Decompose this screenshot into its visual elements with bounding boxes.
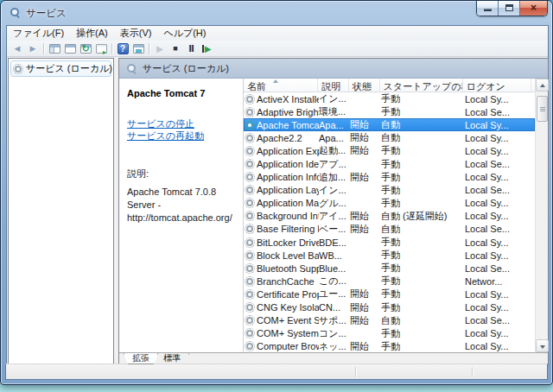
service-status-cell: 開始 xyxy=(350,340,381,352)
stop-service-link[interactable]: サービスの停止 xyxy=(127,117,234,130)
service-name-cell: Computer Brow... xyxy=(244,341,319,351)
service-gear-icon xyxy=(245,329,254,338)
column-header-name[interactable]: 名前 xyxy=(244,79,318,92)
service-logon-cell: Local Se... xyxy=(465,263,535,274)
service-description-cell: この... xyxy=(319,275,350,288)
service-gear-icon xyxy=(245,186,254,194)
service-gear-icon xyxy=(245,251,254,260)
column-header-logon[interactable]: ログオン xyxy=(463,79,531,92)
service-description-cell: CN... xyxy=(319,302,350,313)
service-gear-icon xyxy=(245,108,254,117)
pause-service-icon[interactable]: Ⅱ xyxy=(184,42,198,55)
service-description-cell: グル... xyxy=(319,197,350,210)
service-gear-icon xyxy=(245,212,254,220)
service-row[interactable]: Application Info... 追加... 開始 手動 Local Sy… xyxy=(244,171,535,184)
service-row[interactable]: Application Lay... イン... 手動 Local Se... xyxy=(244,184,535,197)
tree-item-services-local[interactable]: サービス (ローカル) xyxy=(10,60,111,77)
service-startup-cell: 手動 xyxy=(381,340,465,352)
service-gear-icon xyxy=(245,173,254,181)
service-name-cell: BranchCache xyxy=(244,276,319,287)
service-name-cell: Block Level Bac... xyxy=(244,250,319,261)
minimize-button[interactable] xyxy=(477,1,499,16)
description-line-1: Apache Tomcat 7.0.8 Server - xyxy=(127,186,234,212)
service-description-cell: アプ... xyxy=(319,158,350,171)
scroll-down-icon xyxy=(540,345,545,349)
service-row[interactable]: COM+ System ... コン... 手動 Local Sy... xyxy=(244,327,535,340)
forward-icon[interactable]: ► xyxy=(26,42,40,55)
service-row[interactable]: ActiveX Installe... イン... 手動 Local Sy... xyxy=(244,92,535,105)
services-list-header: 名前 説明 状態 スタートアップの種類 ログオン xyxy=(244,79,535,92)
service-status-cell: 開始 xyxy=(350,131,381,144)
service-startup-cell: 手動 xyxy=(381,327,465,340)
console-window-icon[interactable] xyxy=(63,42,77,55)
column-header-description[interactable]: 説明 xyxy=(318,79,349,92)
service-row[interactable]: COM+ Event Sy... サポ... 開始 自動 Local Se... xyxy=(244,314,535,327)
close-button[interactable]: × xyxy=(520,1,547,16)
properties-icon[interactable] xyxy=(131,42,145,55)
export-list-icon[interactable] xyxy=(94,42,108,55)
scrollbar-thumb[interactable] xyxy=(537,96,548,122)
service-startup-cell: 手動 xyxy=(381,288,465,300)
service-row[interactable]: Certificate Prop... ユー... 開始 手動 Local Sy… xyxy=(244,288,535,300)
column-header-startup-type[interactable]: スタートアップの種類 xyxy=(380,79,463,92)
service-row[interactable]: Application Man... グル... 手動 Local Sy... xyxy=(244,197,535,210)
menu-view[interactable]: 表示(V) xyxy=(114,26,158,41)
service-status-cell: 開始 xyxy=(350,171,381,184)
services-gear-icon xyxy=(14,65,22,73)
titlebar[interactable]: サービス × xyxy=(1,1,552,25)
vertical-scrollbar[interactable] xyxy=(535,79,548,352)
service-name-cell: Application Lay... xyxy=(244,185,319,195)
service-description-cell: ベー... xyxy=(319,223,350,236)
restart-service-icon[interactable]: ▶ xyxy=(200,42,213,55)
statusbar xyxy=(5,364,548,380)
service-gear-icon xyxy=(245,277,254,286)
service-name-cell: CNG Key Isolation xyxy=(244,302,319,313)
service-row[interactable]: Bluetooth Supp... Blue... 手動 Local Se... xyxy=(244,262,535,275)
column-header-status[interactable]: 状態 xyxy=(349,79,380,92)
refresh-icon[interactable] xyxy=(79,42,92,55)
service-row[interactable]: Computer Brow... ネッ... 開始 手動 Local Sy... xyxy=(244,340,535,352)
service-row[interactable]: Background Int... アイ... 開始 自動 (遅延開始) Loc… xyxy=(244,210,535,223)
stop-service-icon[interactable]: ■ xyxy=(168,42,182,55)
service-row[interactable]: Apache Tomcat 7 Apa... 開始 自動 Local Sy... xyxy=(244,118,535,131)
service-logon-cell: Local Sy... xyxy=(465,172,535,182)
service-row[interactable]: CNG Key Isolation CN... 開始 手動 Local Sy..… xyxy=(244,301,535,314)
scroll-up-button[interactable] xyxy=(536,79,549,92)
service-row[interactable]: Application Exp... 起動... 開始 手動 Local Sy.… xyxy=(244,144,535,157)
maximize-button[interactable] xyxy=(499,1,520,16)
back-icon[interactable]: ◄ xyxy=(10,42,24,55)
restart-service-link[interactable]: サービスの再起動 xyxy=(127,130,234,142)
service-startup-cell: 手動 xyxy=(381,262,465,275)
help-icon[interactable]: ? xyxy=(116,42,130,55)
service-name-cell: Application Iden... xyxy=(244,159,319,169)
view-tab-strip: 拡張 標準 xyxy=(119,352,548,364)
service-row[interactable]: Application Iden... アプ... 手動 Local Se... xyxy=(244,157,535,170)
window-title: サービス xyxy=(26,7,67,20)
scroll-down-button[interactable] xyxy=(536,339,549,352)
service-description-cell: サポ... xyxy=(319,314,350,327)
service-row[interactable]: Block Level Bac... WB... 手動 Local Sy... xyxy=(244,249,535,262)
menu-file[interactable]: ファイル(F) xyxy=(7,26,70,41)
service-logon-cell: Local Sy... xyxy=(465,94,535,104)
service-logon-cell: Local Se... xyxy=(465,224,535,234)
service-startup-cell: 自動 (遅延開始) xyxy=(381,210,465,223)
service-row[interactable]: Base Filtering E... ベー... 開始 自動 Local Se… xyxy=(244,223,535,236)
menu-action[interactable]: 操作(A) xyxy=(70,26,114,41)
service-row[interactable]: BitLocker Drive ... BDE... 手動 Local Sy..… xyxy=(244,236,535,249)
service-status-cell: 開始 xyxy=(350,223,381,236)
service-name-cell: Adaptive Bright... xyxy=(244,107,319,117)
service-startup-cell: 手動 xyxy=(381,301,465,314)
menu-help[interactable]: ヘルプ(H) xyxy=(157,26,212,41)
services-table-body: ActiveX Installe... イン... 手動 Local Sy...… xyxy=(244,92,535,352)
service-row[interactable]: Apache2.2 Apa... 開始 自動 Local Sy... xyxy=(244,131,535,144)
service-description-cell: 環境... xyxy=(319,105,350,118)
tab-extended[interactable]: 拡張 xyxy=(124,353,158,364)
service-gear-icon xyxy=(245,134,254,142)
service-row[interactable]: BranchCache この... 手動 Networ... xyxy=(244,275,535,288)
service-logon-cell: Networ... xyxy=(465,276,535,287)
service-row[interactable]: Adaptive Bright... 環境... 手動 Local Se... xyxy=(244,105,535,118)
service-startup-cell: 手動 xyxy=(381,144,465,157)
start-service-icon[interactable]: ▶ xyxy=(153,42,167,55)
show-console-tree-icon[interactable] xyxy=(48,42,61,55)
sort-ascending-indicator xyxy=(273,79,278,83)
